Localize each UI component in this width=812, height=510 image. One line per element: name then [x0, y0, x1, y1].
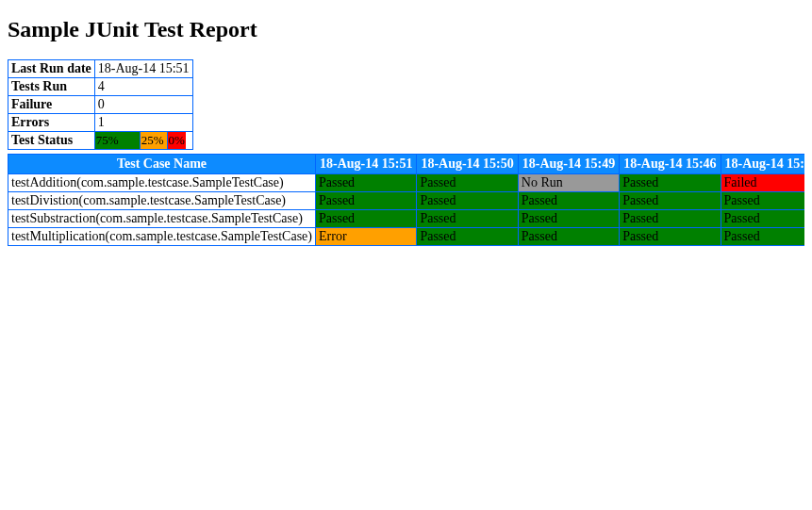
results-header-row: Test Case Name18-Aug-14 15:5118-Aug-14 1… — [8, 155, 805, 174]
result-cell: Passed — [518, 228, 619, 246]
status-bar: 75%25%0% — [95, 132, 186, 149]
result-cell: Passed — [620, 192, 721, 210]
value-errors: 1 — [94, 114, 192, 132]
result-cell: Passed — [518, 210, 619, 228]
result-cell: Passed — [620, 210, 721, 228]
label-test-status: Test Status — [8, 132, 95, 150]
result-cell: Passed — [721, 192, 804, 210]
result-cell: Failed — [721, 174, 804, 192]
status-segment: 25% — [141, 132, 168, 149]
summary-row-tests-run: Tests Run 4 — [8, 78, 193, 96]
results-table: Test Case Name18-Aug-14 15:5118-Aug-14 1… — [8, 154, 804, 246]
summary-table: Last Run date 18-Aug-14 15:51 Tests Run … — [8, 59, 193, 150]
value-last-run: 18-Aug-14 15:51 — [94, 60, 192, 78]
page-title: Sample JUnit Test Report — [8, 17, 804, 42]
label-failure: Failure — [8, 96, 95, 114]
result-cell: No Run — [518, 174, 619, 192]
summary-row-errors: Errors 1 — [8, 114, 193, 132]
column-run-timestamp: 18-Aug-14 15:51 — [316, 155, 417, 174]
summary-row-failure: Failure 0 — [8, 96, 193, 114]
value-failure: 0 — [94, 96, 192, 114]
table-row: testAddition(com.sample.testcase.SampleT… — [8, 174, 805, 192]
result-cell: Passed — [316, 192, 417, 210]
value-tests-run: 4 — [94, 78, 192, 96]
result-cell: Passed — [316, 174, 417, 192]
result-cell: Passed — [417, 192, 518, 210]
result-cell: Passed — [417, 174, 518, 192]
label-errors: Errors — [8, 114, 95, 132]
result-cell: Passed — [620, 228, 721, 246]
table-row: testSubstraction(com.sample.testcase.Sam… — [8, 210, 805, 228]
summary-row-test-status: Test Status 75%25%0% — [8, 132, 193, 150]
label-last-run: Last Run date — [8, 60, 95, 78]
test-case-name: testAddition(com.sample.testcase.SampleT… — [8, 174, 316, 192]
status-segment: 75% — [95, 132, 141, 149]
column-run-timestamp: 18-Aug-14 15:50 — [417, 155, 518, 174]
result-cell: Error — [316, 228, 417, 246]
summary-row-last-run: Last Run date 18-Aug-14 15:51 — [8, 60, 193, 78]
result-cell: Passed — [518, 192, 619, 210]
result-cell: Passed — [417, 210, 518, 228]
label-tests-run: Tests Run — [8, 78, 95, 96]
test-case-name: testMultiplication(com.sample.testcase.S… — [8, 228, 316, 246]
status-segment: 0% — [168, 132, 186, 149]
result-cell: Passed — [620, 174, 721, 192]
table-row: testDivistion(com.sample.testcase.Sample… — [8, 192, 805, 210]
test-case-name: testDivistion(com.sample.testcase.Sample… — [8, 192, 316, 210]
result-cell: Passed — [417, 228, 518, 246]
column-run-timestamp: 18-Aug-14 15:49 — [518, 155, 619, 174]
result-cell: Passed — [721, 228, 804, 246]
column-test-case-name: Test Case Name — [8, 155, 316, 174]
result-cell: Passed — [721, 210, 804, 228]
column-run-timestamp: 18-Aug-14 15:45 — [721, 155, 804, 174]
result-cell: Passed — [316, 210, 417, 228]
table-row: testMultiplication(com.sample.testcase.S… — [8, 228, 805, 246]
value-test-status: 75%25%0% — [94, 132, 192, 150]
column-run-timestamp: 18-Aug-14 15:46 — [620, 155, 721, 174]
test-case-name: testSubstraction(com.sample.testcase.Sam… — [8, 210, 316, 228]
